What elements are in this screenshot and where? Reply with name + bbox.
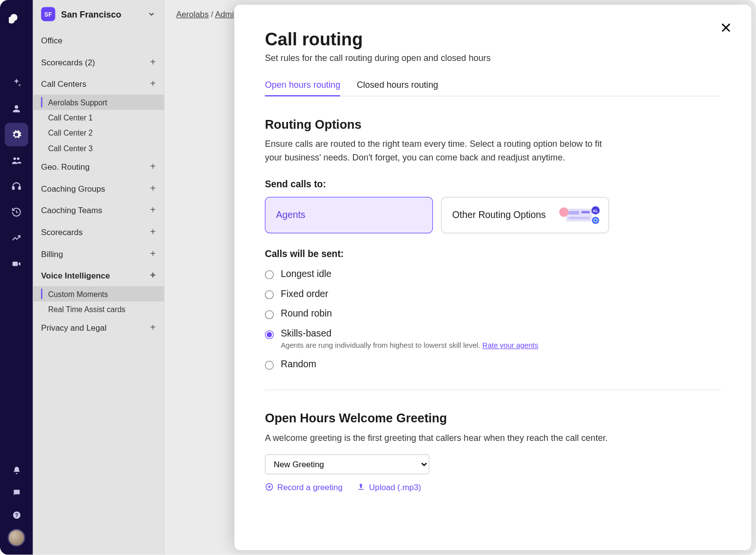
- radio-label: Skills-based: [281, 329, 331, 338]
- svg-text:KL: KL: [593, 209, 598, 213]
- routing-section: Routing Options Ensure calls are routed …: [265, 118, 720, 370]
- breadcrumb-org[interactable]: Aerolabs: [176, 9, 209, 19]
- nav-label: Real Time Assist cards: [48, 305, 125, 314]
- routing-desc: Ensure calls are routed to the right tea…: [265, 138, 617, 164]
- calls-sent-label: Calls will be sent:: [265, 249, 720, 259]
- help-icon[interactable]: ?: [5, 507, 28, 522]
- svg-rect-6: [568, 211, 579, 215]
- video-icon[interactable]: [5, 252, 28, 276]
- plus-icon[interactable]: +: [150, 183, 155, 194]
- greeting-select[interactable]: New Greeting: [265, 454, 429, 474]
- nav-geo-routing[interactable]: Geo. Routing+: [33, 156, 164, 178]
- bell-icon[interactable]: [5, 462, 28, 477]
- person-icon[interactable]: [5, 97, 28, 120]
- svg-rect-7: [582, 211, 590, 214]
- plus-icon[interactable]: +: [150, 161, 155, 172]
- nav-custom-moments[interactable]: Custom Moments: [33, 286, 164, 301]
- svg-rect-5: [566, 209, 592, 222]
- nav-call-center-1[interactable]: Call Center 1: [33, 110, 164, 125]
- radio-fixed-order[interactable]: Fixed order: [265, 289, 720, 299]
- team-icon[interactable]: [5, 149, 28, 172]
- panel-tabs: Open hours routing Closed hours routing: [265, 79, 720, 97]
- plus-icon[interactable]: +: [150, 205, 155, 216]
- breadcrumb-section[interactable]: Admi: [215, 9, 233, 19]
- greeting-heading: Open Hours Welcome Greeting: [265, 412, 720, 426]
- routing-heading: Routing Options: [265, 118, 720, 132]
- nav-aerolabs-support[interactable]: Aerolabs Support: [33, 95, 164, 110]
- svg-rect-0: [13, 187, 15, 189]
- card-label: Other Routing Options: [452, 210, 546, 220]
- radio-input[interactable]: [265, 330, 273, 339]
- nav-label: Voice Intelligence: [41, 271, 110, 280]
- link-label: Record a greeting: [277, 482, 343, 492]
- radio-input[interactable]: [265, 361, 273, 370]
- rate-agents-link[interactable]: Rate your agents: [483, 341, 539, 350]
- close-button[interactable]: [719, 21, 733, 34]
- nav-label: Coaching Groups: [41, 184, 105, 193]
- greeting-desc: A welcome greeting is the first greeting…: [265, 431, 720, 444]
- nav-label: Privacy and Legal: [41, 323, 106, 332]
- radio-label: Fixed order: [281, 289, 329, 299]
- nav-billing[interactable]: Billing+: [33, 243, 164, 265]
- nav-label: Aerolabs Support: [48, 98, 107, 107]
- routing-cards: Agents Other Routing Options KL: [265, 197, 720, 234]
- headset-icon[interactable]: [5, 175, 28, 198]
- nav-coaching-groups[interactable]: Coaching Groups+: [33, 178, 164, 199]
- greeting-section: Open Hours Welcome Greeting A welcome gr…: [265, 412, 720, 492]
- nav-label: Call Center 1: [48, 113, 93, 122]
- plus-icon[interactable]: +: [150, 248, 155, 259]
- send-calls-label: Send calls to:: [265, 179, 720, 190]
- card-other-routing[interactable]: Other Routing Options KL: [441, 197, 609, 234]
- radio-random[interactable]: Random: [265, 359, 720, 370]
- gear-icon[interactable]: [5, 123, 28, 146]
- nav-scorecards[interactable]: Scorecards+: [33, 221, 164, 243]
- tab-closed-hours[interactable]: Closed hours routing: [357, 79, 438, 96]
- chat-icon[interactable]: [5, 485, 28, 500]
- nav-label: Office: [41, 36, 62, 45]
- nav-label: Custom Moments: [48, 289, 108, 298]
- radio-longest-idle[interactable]: Longest idle: [265, 269, 720, 279]
- radio-label: Round robin: [281, 309, 332, 319]
- radio-input[interactable]: [265, 290, 273, 299]
- upload-greeting-button[interactable]: Upload (.mp3): [357, 482, 421, 492]
- nav-voice-intelligence[interactable]: Voice Intelligence+: [33, 264, 164, 286]
- svg-point-14: [594, 219, 597, 221]
- history-icon[interactable]: [5, 200, 28, 224]
- nav-rta-cards[interactable]: Real Time Assist cards: [33, 301, 164, 317]
- nav-call-center-3[interactable]: Call Center 3: [33, 140, 164, 156]
- radio-input[interactable]: [265, 310, 273, 319]
- nav-label: Geo. Routing: [41, 162, 89, 171]
- radio-input[interactable]: [265, 270, 273, 279]
- card-agents[interactable]: Agents: [265, 197, 433, 234]
- tab-open-hours[interactable]: Open hours routing: [265, 79, 340, 97]
- nav-call-center-2[interactable]: Call Center 2: [33, 125, 164, 140]
- plus-icon[interactable]: +: [150, 79, 155, 89]
- plus-icon[interactable]: +: [150, 322, 155, 333]
- call-routing-panel: Call routing Set rules for the call rout…: [234, 5, 751, 550]
- nav-label: Call Center 3: [48, 144, 93, 153]
- plus-circle-icon: [265, 482, 273, 491]
- sidebar: SF San Francisco Office Scorecards (2)+ …: [33, 0, 164, 555]
- panel-title: Call routing: [265, 29, 720, 49]
- workspace-switcher[interactable]: SF San Francisco: [33, 0, 164, 29]
- plus-icon[interactable]: +: [150, 227, 155, 238]
- user-avatar[interactable]: [8, 529, 25, 547]
- radio-skills-based[interactable]: Skills-based Agents are rung individuall…: [265, 329, 720, 350]
- radio-label: Longest idle: [281, 269, 331, 279]
- workspace-badge: SF: [41, 7, 55, 21]
- radio-round-robin[interactable]: Round robin: [265, 309, 720, 319]
- nav-rail: ?: [0, 0, 33, 555]
- plus-icon[interactable]: +: [150, 57, 155, 67]
- nav-coaching-teams[interactable]: Caoching Teams+: [33, 199, 164, 221]
- section-divider: [265, 390, 720, 390]
- nav-scorecards2[interactable]: Scorecards (2)+: [33, 51, 164, 73]
- plus-icon[interactable]: +: [150, 270, 155, 281]
- svg-point-9: [559, 207, 568, 217]
- nav-privacy-legal[interactable]: Privacy and Legal+: [33, 317, 164, 338]
- link-label: Upload (.mp3): [369, 482, 421, 492]
- nav-call-centers[interactable]: Call Centers+: [33, 73, 164, 95]
- record-greeting-button[interactable]: Record a greeting: [265, 482, 342, 492]
- sparkle-icon[interactable]: [5, 71, 28, 95]
- trend-icon[interactable]: [5, 226, 28, 250]
- nav-office[interactable]: Office: [33, 29, 164, 51]
